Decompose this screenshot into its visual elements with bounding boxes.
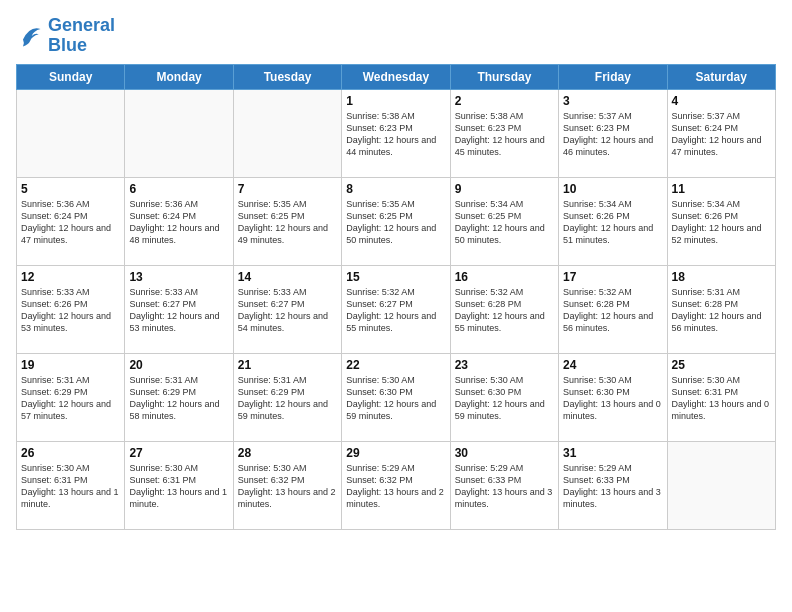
logo-icon (16, 22, 44, 50)
cell-info: Sunrise: 5:34 AMSunset: 6:26 PMDaylight:… (672, 198, 771, 247)
calendar-day-cell: 8Sunrise: 5:35 AMSunset: 6:25 PMDaylight… (342, 177, 450, 265)
calendar-day-cell (667, 441, 775, 529)
calendar-day-cell: 1Sunrise: 5:38 AMSunset: 6:23 PMDaylight… (342, 89, 450, 177)
cell-info: Sunrise: 5:35 AMSunset: 6:25 PMDaylight:… (238, 198, 337, 247)
day-number: 9 (455, 182, 554, 196)
day-number: 16 (455, 270, 554, 284)
page-header: General Blue (16, 16, 776, 56)
calendar-day-cell: 13Sunrise: 5:33 AMSunset: 6:27 PMDayligh… (125, 265, 233, 353)
day-number: 4 (672, 94, 771, 108)
calendar-day-cell: 18Sunrise: 5:31 AMSunset: 6:28 PMDayligh… (667, 265, 775, 353)
calendar-day-cell: 16Sunrise: 5:32 AMSunset: 6:28 PMDayligh… (450, 265, 558, 353)
calendar-body: 1Sunrise: 5:38 AMSunset: 6:23 PMDaylight… (17, 89, 776, 529)
cell-info: Sunrise: 5:30 AMSunset: 6:30 PMDaylight:… (563, 374, 662, 423)
day-number: 26 (21, 446, 120, 460)
calendar-day-cell: 23Sunrise: 5:30 AMSunset: 6:30 PMDayligh… (450, 353, 558, 441)
calendar-day-cell: 27Sunrise: 5:30 AMSunset: 6:31 PMDayligh… (125, 441, 233, 529)
calendar-day-cell: 11Sunrise: 5:34 AMSunset: 6:26 PMDayligh… (667, 177, 775, 265)
cell-info: Sunrise: 5:30 AMSunset: 6:31 PMDaylight:… (129, 462, 228, 511)
cell-info: Sunrise: 5:30 AMSunset: 6:30 PMDaylight:… (346, 374, 445, 423)
weekday-header-cell: Tuesday (233, 64, 341, 89)
cell-info: Sunrise: 5:33 AMSunset: 6:26 PMDaylight:… (21, 286, 120, 335)
logo-text-line1: General (48, 16, 115, 36)
calendar-day-cell: 28Sunrise: 5:30 AMSunset: 6:32 PMDayligh… (233, 441, 341, 529)
day-number: 22 (346, 358, 445, 372)
calendar-day-cell (233, 89, 341, 177)
calendar-day-cell: 31Sunrise: 5:29 AMSunset: 6:33 PMDayligh… (559, 441, 667, 529)
cell-info: Sunrise: 5:31 AMSunset: 6:29 PMDaylight:… (238, 374, 337, 423)
day-number: 10 (563, 182, 662, 196)
calendar-week-row: 12Sunrise: 5:33 AMSunset: 6:26 PMDayligh… (17, 265, 776, 353)
day-number: 18 (672, 270, 771, 284)
cell-info: Sunrise: 5:30 AMSunset: 6:30 PMDaylight:… (455, 374, 554, 423)
weekday-header-cell: Monday (125, 64, 233, 89)
weekday-header-cell: Saturday (667, 64, 775, 89)
cell-info: Sunrise: 5:32 AMSunset: 6:28 PMDaylight:… (455, 286, 554, 335)
day-number: 2 (455, 94, 554, 108)
calendar-week-row: 26Sunrise: 5:30 AMSunset: 6:31 PMDayligh… (17, 441, 776, 529)
calendar-week-row: 1Sunrise: 5:38 AMSunset: 6:23 PMDaylight… (17, 89, 776, 177)
weekday-header-cell: Friday (559, 64, 667, 89)
calendar-day-cell: 20Sunrise: 5:31 AMSunset: 6:29 PMDayligh… (125, 353, 233, 441)
cell-info: Sunrise: 5:31 AMSunset: 6:29 PMDaylight:… (21, 374, 120, 423)
logo: General Blue (16, 16, 115, 56)
calendar-day-cell: 29Sunrise: 5:29 AMSunset: 6:32 PMDayligh… (342, 441, 450, 529)
day-number: 14 (238, 270, 337, 284)
cell-info: Sunrise: 5:36 AMSunset: 6:24 PMDaylight:… (21, 198, 120, 247)
cell-info: Sunrise: 5:30 AMSunset: 6:31 PMDaylight:… (21, 462, 120, 511)
calendar-day-cell: 12Sunrise: 5:33 AMSunset: 6:26 PMDayligh… (17, 265, 125, 353)
calendar-day-cell: 17Sunrise: 5:32 AMSunset: 6:28 PMDayligh… (559, 265, 667, 353)
day-number: 5 (21, 182, 120, 196)
cell-info: Sunrise: 5:29 AMSunset: 6:33 PMDaylight:… (455, 462, 554, 511)
calendar-day-cell: 7Sunrise: 5:35 AMSunset: 6:25 PMDaylight… (233, 177, 341, 265)
calendar-day-cell: 2Sunrise: 5:38 AMSunset: 6:23 PMDaylight… (450, 89, 558, 177)
cell-info: Sunrise: 5:37 AMSunset: 6:23 PMDaylight:… (563, 110, 662, 159)
cell-info: Sunrise: 5:29 AMSunset: 6:33 PMDaylight:… (563, 462, 662, 511)
cell-info: Sunrise: 5:38 AMSunset: 6:23 PMDaylight:… (346, 110, 445, 159)
day-number: 23 (455, 358, 554, 372)
day-number: 27 (129, 446, 228, 460)
cell-info: Sunrise: 5:34 AMSunset: 6:26 PMDaylight:… (563, 198, 662, 247)
cell-info: Sunrise: 5:36 AMSunset: 6:24 PMDaylight:… (129, 198, 228, 247)
day-number: 3 (563, 94, 662, 108)
calendar-day-cell (17, 89, 125, 177)
day-number: 1 (346, 94, 445, 108)
cell-info: Sunrise: 5:37 AMSunset: 6:24 PMDaylight:… (672, 110, 771, 159)
cell-info: Sunrise: 5:31 AMSunset: 6:28 PMDaylight:… (672, 286, 771, 335)
cell-info: Sunrise: 5:33 AMSunset: 6:27 PMDaylight:… (238, 286, 337, 335)
calendar-day-cell: 26Sunrise: 5:30 AMSunset: 6:31 PMDayligh… (17, 441, 125, 529)
weekday-header-cell: Sunday (17, 64, 125, 89)
calendar-day-cell: 25Sunrise: 5:30 AMSunset: 6:31 PMDayligh… (667, 353, 775, 441)
day-number: 13 (129, 270, 228, 284)
cell-info: Sunrise: 5:33 AMSunset: 6:27 PMDaylight:… (129, 286, 228, 335)
cell-info: Sunrise: 5:31 AMSunset: 6:29 PMDaylight:… (129, 374, 228, 423)
day-number: 8 (346, 182, 445, 196)
calendar-day-cell (125, 89, 233, 177)
calendar-day-cell: 19Sunrise: 5:31 AMSunset: 6:29 PMDayligh… (17, 353, 125, 441)
calendar-day-cell: 24Sunrise: 5:30 AMSunset: 6:30 PMDayligh… (559, 353, 667, 441)
day-number: 17 (563, 270, 662, 284)
calendar-day-cell: 21Sunrise: 5:31 AMSunset: 6:29 PMDayligh… (233, 353, 341, 441)
calendar-day-cell: 5Sunrise: 5:36 AMSunset: 6:24 PMDaylight… (17, 177, 125, 265)
day-number: 11 (672, 182, 771, 196)
day-number: 24 (563, 358, 662, 372)
cell-info: Sunrise: 5:35 AMSunset: 6:25 PMDaylight:… (346, 198, 445, 247)
cell-info: Sunrise: 5:34 AMSunset: 6:25 PMDaylight:… (455, 198, 554, 247)
weekday-header-cell: Wednesday (342, 64, 450, 89)
logo-text-line2: Blue (48, 36, 115, 56)
cell-info: Sunrise: 5:30 AMSunset: 6:32 PMDaylight:… (238, 462, 337, 511)
calendar-day-cell: 4Sunrise: 5:37 AMSunset: 6:24 PMDaylight… (667, 89, 775, 177)
day-number: 7 (238, 182, 337, 196)
day-number: 30 (455, 446, 554, 460)
calendar-week-row: 5Sunrise: 5:36 AMSunset: 6:24 PMDaylight… (17, 177, 776, 265)
calendar-day-cell: 9Sunrise: 5:34 AMSunset: 6:25 PMDaylight… (450, 177, 558, 265)
calendar-day-cell: 6Sunrise: 5:36 AMSunset: 6:24 PMDaylight… (125, 177, 233, 265)
calendar-day-cell: 15Sunrise: 5:32 AMSunset: 6:27 PMDayligh… (342, 265, 450, 353)
day-number: 19 (21, 358, 120, 372)
day-number: 28 (238, 446, 337, 460)
calendar-day-cell: 30Sunrise: 5:29 AMSunset: 6:33 PMDayligh… (450, 441, 558, 529)
cell-info: Sunrise: 5:30 AMSunset: 6:31 PMDaylight:… (672, 374, 771, 423)
day-number: 21 (238, 358, 337, 372)
calendar-week-row: 19Sunrise: 5:31 AMSunset: 6:29 PMDayligh… (17, 353, 776, 441)
calendar-day-cell: 3Sunrise: 5:37 AMSunset: 6:23 PMDaylight… (559, 89, 667, 177)
